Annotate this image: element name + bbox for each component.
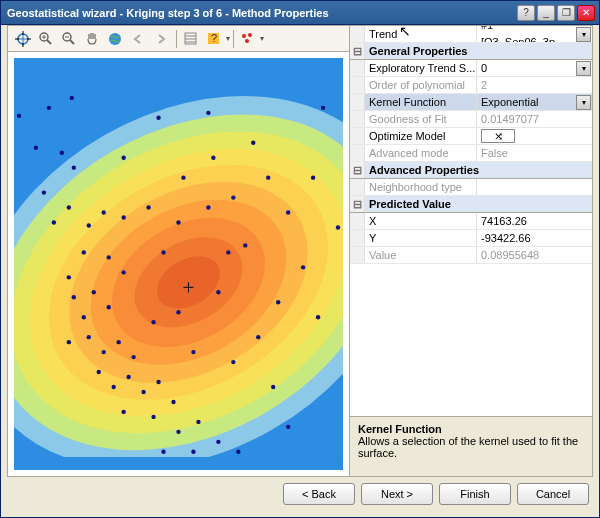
svg-point-80 [251, 141, 255, 145]
collapse-icon[interactable]: ⊟ [350, 43, 365, 59]
window-controls: ? _ ❐ ✕ [517, 5, 595, 21]
map-toolbar: ? ▾ ▾ [8, 26, 349, 52]
optimize-model-row[interactable]: Optimize Model ⤨ [350, 128, 592, 145]
back-button[interactable]: < Back [283, 483, 355, 505]
pan-icon[interactable] [81, 28, 103, 50]
svg-point-57 [116, 340, 120, 344]
next-button[interactable]: Next > [361, 483, 433, 505]
svg-point-37 [34, 146, 38, 150]
svg-point-97 [286, 425, 290, 429]
svg-point-40 [42, 190, 46, 194]
svg-point-49 [121, 270, 125, 274]
svg-point-43 [87, 223, 91, 227]
predicted-value-header[interactable]: ⊟ Predicted Value [350, 196, 592, 213]
cancel-button[interactable]: Cancel [517, 483, 589, 505]
svg-point-36 [70, 96, 74, 100]
exploratory-trend-row[interactable]: Exploratory Trend S... 0 ▾ [350, 60, 592, 77]
window-title: Geostatistical wizard - Kriging step 3 o… [5, 7, 517, 19]
svg-point-81 [266, 175, 270, 179]
svg-point-22 [248, 33, 252, 37]
restore-button[interactable]: ❐ [557, 5, 575, 21]
svg-point-71 [236, 450, 240, 454]
svg-text:?: ? [211, 32, 217, 44]
identify-icon[interactable] [180, 28, 202, 50]
dropdown-arrow-icon[interactable]: ▾ [226, 34, 230, 43]
wizard-window: ↖ Geostatistical wizard - Kriging step 3… [0, 0, 600, 518]
svg-point-70 [216, 440, 220, 444]
content-area: ? ▾ ▾ [1, 25, 599, 517]
full-extent-icon[interactable] [104, 28, 126, 50]
chevron-down-icon[interactable]: ▾ [576, 27, 591, 42]
prev-extent-icon[interactable] [127, 28, 149, 50]
finish-button[interactable]: Finish [439, 483, 511, 505]
svg-point-14 [109, 33, 121, 45]
minimize-button[interactable]: _ [537, 5, 555, 21]
svg-point-53 [107, 305, 111, 309]
svg-point-52 [82, 315, 86, 319]
svg-point-76 [161, 250, 165, 254]
svg-point-51 [92, 290, 96, 294]
svg-point-54 [67, 340, 71, 344]
points-icon[interactable] [237, 28, 259, 50]
svg-point-44 [102, 210, 106, 214]
svg-point-47 [67, 275, 71, 279]
next-extent-icon[interactable] [150, 28, 172, 50]
predicted-x-row[interactable]: X 74163.26 [350, 213, 592, 230]
svg-point-45 [121, 215, 125, 219]
close-button[interactable]: ✕ [577, 5, 595, 21]
svg-point-90 [301, 265, 305, 269]
svg-point-78 [206, 205, 210, 209]
svg-point-41 [67, 205, 71, 209]
zoom-in-icon[interactable] [35, 28, 57, 50]
trend-row[interactable]: Trend #1 [O3_Sep06_3p... ▾ [350, 26, 592, 43]
trend-value[interactable]: #1 [O3_Sep06_3p... ▾ [477, 26, 592, 42]
advanced-properties-header[interactable]: ⊟ Advanced Properties [350, 162, 592, 179]
svg-point-98 [156, 116, 160, 120]
properties-pane: Trend #1 [O3_Sep06_3p... ▾ ⊟ General Pro… [350, 26, 592, 476]
svg-point-60 [111, 385, 115, 389]
svg-point-39 [72, 165, 76, 169]
svg-point-93 [321, 106, 325, 110]
collapse-icon[interactable]: ⊟ [350, 162, 365, 178]
kernel-function-row[interactable]: Kernel Function Exponential ▾ [350, 94, 592, 111]
svg-point-79 [231, 195, 235, 199]
optimize-button[interactable]: ⤨ [481, 129, 515, 143]
svg-point-100 [121, 156, 125, 160]
svg-point-92 [311, 175, 315, 179]
svg-point-62 [141, 390, 145, 394]
chevron-down-icon[interactable]: ▾ [576, 61, 591, 76]
svg-point-77 [211, 156, 215, 160]
dropdown-arrow-icon[interactable]: ▾ [260, 34, 264, 43]
svg-point-46 [82, 250, 86, 254]
main-row: ? ▾ ▾ [7, 25, 593, 477]
toolbar-separator [233, 30, 234, 48]
svg-point-21 [242, 34, 246, 38]
svg-point-69 [191, 450, 195, 454]
titlebar: Geostatistical wizard - Kriging step 3 o… [1, 1, 599, 25]
svg-point-85 [151, 320, 155, 324]
svg-point-91 [286, 210, 290, 214]
svg-point-61 [126, 375, 130, 379]
kernel-function-value[interactable]: Exponential ▾ [477, 94, 592, 110]
predicted-y-row[interactable]: Y -93422.66 [350, 230, 592, 247]
map-preview[interactable] [14, 58, 343, 470]
globe-extent-icon[interactable] [12, 28, 34, 50]
general-properties-header[interactable]: ⊟ General Properties [350, 43, 592, 60]
order-polynomial-row: Order of polynomial 2 [350, 77, 592, 94]
collapse-icon[interactable]: ⊟ [350, 196, 365, 212]
help-button[interactable]: ? [517, 5, 535, 21]
svg-point-67 [176, 430, 180, 434]
svg-point-50 [72, 295, 76, 299]
trend-label: Trend [365, 26, 477, 42]
svg-point-83 [216, 290, 220, 294]
help-title: Kernel Function [358, 423, 584, 435]
chevron-down-icon[interactable]: ▾ [576, 95, 591, 110]
svg-point-101 [206, 111, 210, 115]
svg-line-12 [70, 40, 74, 44]
predict-icon[interactable]: ? [203, 28, 225, 50]
svg-point-88 [256, 335, 260, 339]
svg-point-48 [107, 255, 111, 259]
zoom-out-icon[interactable] [58, 28, 80, 50]
svg-point-86 [191, 350, 195, 354]
svg-point-42 [52, 220, 56, 224]
